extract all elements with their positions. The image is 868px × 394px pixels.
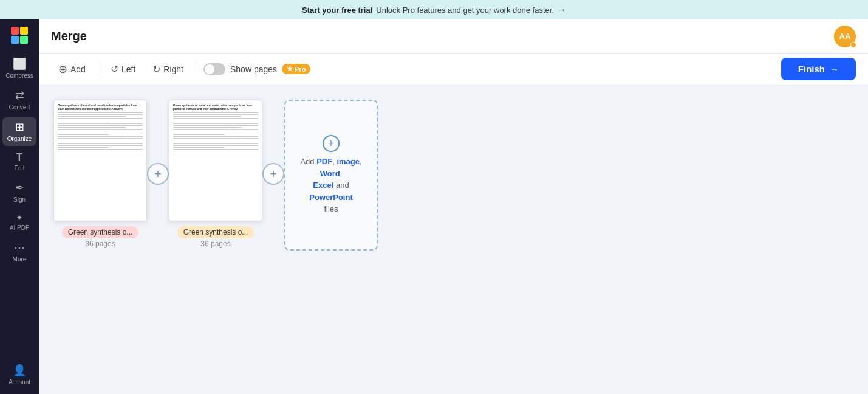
rotate-right-button[interactable]: ↻ Right [145, 60, 191, 78]
doc-preview-title-1: Green synthesis of metal and metal oxide… [58, 104, 143, 111]
doc-thumbnail-inner-2: Green synthesis of metal and metal oxide… [169, 100, 262, 221]
doc-thumbnail-inner-1: Green synthesis of metal and metal oxide… [54, 100, 146, 221]
preview-line [173, 134, 224, 136]
right-label: Right [163, 64, 183, 74]
preview-line [173, 147, 224, 148]
doc-thumbnail-1[interactable]: Green synthesis of metal and metal oxide… [53, 100, 147, 221]
logo-quad-red [11, 27, 19, 35]
sidebar-label-ai-pdf: AI PDF [10, 224, 29, 231]
sidebar-label-compress: Compress [5, 72, 33, 79]
dz-comma2: , [360, 157, 362, 166]
sidebar-label-organize: Organize [7, 136, 32, 142]
sidebar-item-edit[interactable]: T Edit [2, 148, 36, 175]
preview-line [58, 131, 143, 132]
preview-line [58, 145, 143, 147]
add-between-2[interactable]: + [262, 163, 284, 185]
drop-zone[interactable]: + Add PDF, image, Word, Excel and PowerP… [284, 100, 378, 251]
preview-line [173, 118, 258, 119]
sidebar-item-more[interactable]: ⋯ More [2, 237, 36, 266]
main-layout: ⬜ Compress ⇄ Convert ⊞ Organize T Edit ✒… [0, 19, 868, 394]
preview-line [58, 151, 143, 152]
preview-line [58, 116, 126, 117]
preview-line [173, 133, 258, 134]
preview-line [58, 127, 126, 128]
preview-line [58, 142, 143, 143]
preview-line [58, 125, 143, 126]
finish-button[interactable]: Finish → [781, 58, 856, 80]
doc-label-1: Green synthesis o... 36 pages [62, 226, 139, 248]
dz-add: Add [300, 157, 314, 166]
app-logo[interactable] [9, 24, 30, 46]
logo-quad-blue [11, 36, 19, 44]
edit-icon: T [16, 152, 22, 163]
preview-line [173, 136, 258, 137]
preview-line [173, 116, 241, 117]
show-pages-toggle[interactable] [203, 63, 225, 75]
pro-label: Pro [295, 66, 306, 73]
ai-pdf-icon: ✦ [16, 213, 23, 223]
preview-line [173, 129, 258, 130]
account-icon: 👤 [13, 364, 26, 377]
sidebar-item-ai-pdf[interactable]: ✦ AI PDF [2, 209, 36, 235]
add-button[interactable]: ⊕ Add [51, 59, 93, 80]
doc-item-wrapper-1: Green synthesis of metal and metal oxide… [53, 100, 284, 248]
toolbar-divider-2 [196, 62, 196, 77]
sidebar-item-convert[interactable]: ⇄ Convert [2, 85, 36, 114]
doc-thumbnail-2[interactable]: Green synthesis of metal and metal oxide… [169, 100, 262, 221]
toolbar: ⊕ Add ↺ Left ↻ Right Show pages ★ Pro [39, 54, 868, 85]
preview-line [58, 133, 143, 134]
preview-line [173, 122, 224, 123]
doc-preview-title-2: Green synthesis of metal and metal oxide… [173, 104, 258, 111]
doc-name-2: Green synthesis o... [177, 226, 255, 238]
preview-line [173, 138, 258, 139]
preview-line [173, 127, 241, 128]
preview-line [173, 131, 258, 132]
preview-line [58, 134, 109, 136]
preview-line [173, 114, 258, 116]
top-banner: Start your free trial Unlock Pro feature… [0, 0, 868, 19]
user-avatar[interactable]: AA [834, 26, 856, 47]
doc-card-1: Green synthesis of metal and metal oxide… [53, 100, 147, 248]
more-icon: ⋯ [14, 241, 25, 254]
sidebar-label-account: Account [9, 379, 30, 385]
pro-star-icon: ★ [287, 65, 293, 73]
rotate-left-button[interactable]: ↺ Left [103, 60, 143, 78]
preview-line [58, 138, 143, 139]
sidebar-item-compress[interactable]: ⬜ Compress [2, 54, 36, 83]
preview-line [173, 142, 258, 143]
doc-name-1: Green synthesis o... [62, 226, 139, 238]
add-between-1[interactable]: + [147, 163, 169, 185]
sidebar-item-sign[interactable]: ✒ Sign [2, 178, 36, 207]
dz-image: image [337, 157, 360, 166]
sidebar-label-sign: Sign [13, 196, 26, 203]
sign-icon: ✒ [15, 181, 24, 195]
preview-line [58, 136, 143, 137]
preview-line [58, 114, 143, 116]
dz-powerpoint: PowerPoint [309, 193, 353, 202]
compress-icon: ⬜ [13, 57, 26, 71]
preview-line [58, 112, 143, 114]
preview-line [173, 125, 258, 126]
dz-and: and [336, 181, 349, 190]
show-pages-label: Show pages [230, 64, 277, 74]
rotate-left-icon: ↺ [111, 63, 118, 75]
preview-line [173, 145, 258, 147]
preview-line [58, 120, 143, 121]
show-pages-toggle-wrapper: Show pages ★ Pro [203, 63, 310, 75]
sidebar-item-organize[interactable]: ⊞ Organize [2, 117, 36, 146]
preview-line [58, 140, 126, 141]
doc-pages-1: 36 pages [85, 240, 115, 248]
finish-arrow-icon: → [830, 64, 839, 74]
free-trial-highlight[interactable]: Start your free trial [302, 5, 372, 15]
dz-files: files [324, 204, 338, 213]
preview-line [58, 118, 143, 119]
doc-card-2: Green synthesis of metal and metal oxide… [169, 100, 262, 248]
dz-excel: Excel [313, 181, 333, 190]
preview-line [58, 129, 143, 130]
sidebar-label-edit: Edit [14, 165, 24, 171]
preview-line [173, 123, 258, 125]
workspace: Green synthesis of metal and metal oxide… [39, 85, 868, 394]
preview-line [58, 147, 109, 148]
logo-quad-yellow [20, 27, 28, 35]
sidebar-item-account[interactable]: 👤 Account [2, 360, 36, 389]
